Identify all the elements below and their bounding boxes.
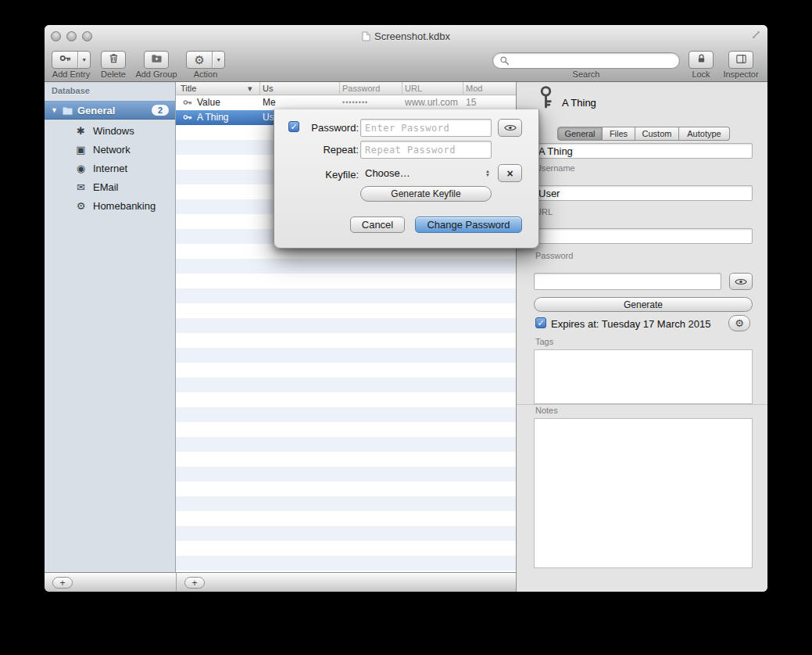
title-field[interactable]: [534, 143, 753, 159]
tab-files[interactable]: Files: [603, 127, 635, 141]
folder-icon: [62, 105, 73, 116]
show-password-button[interactable]: [498, 119, 522, 137]
resize-icon[interactable]: [751, 29, 761, 43]
cancel-button[interactable]: Cancel: [350, 217, 405, 233]
column-divider[interactable]: [463, 82, 463, 95]
tags-input[interactable]: [534, 349, 753, 404]
envelope-icon: ✉: [75, 181, 87, 193]
password-field[interactable]: [534, 273, 721, 290]
panel-icon: [735, 53, 747, 67]
window-title: Screenshot.kdbx: [374, 30, 450, 42]
cell-url: www.url.com: [405, 95, 458, 110]
column-header-url[interactable]: URL: [405, 82, 422, 95]
sidebar-item-email[interactable]: ✉EMail: [45, 177, 175, 196]
expires-label: Expires at: Tuesday 17 March 2015: [551, 318, 711, 330]
window-title-area: Screenshot.kdbx: [45, 30, 767, 42]
search-field[interactable]: [492, 52, 680, 69]
eye-icon: [735, 277, 747, 286]
add-group-button[interactable]: [144, 51, 169, 69]
add-entry-button[interactable]: ▼: [52, 51, 91, 69]
expires-options-button[interactable]: ⚙: [728, 315, 750, 331]
globe-icon: ◉: [75, 163, 87, 174]
sidebar-item-label: Homebanking: [93, 200, 156, 212]
sidebar-item-network[interactable]: ▣Network: [45, 140, 175, 159]
username-label: Username: [535, 163, 575, 173]
folder-plus-icon: [151, 52, 163, 67]
change-password-button[interactable]: Change Password: [415, 217, 522, 233]
password-checkbox[interactable]: ✓: [288, 121, 299, 132]
gear-icon: ⚙: [735, 317, 744, 329]
search-icon: [499, 55, 510, 66]
desktop-background: Screenshot.kdbx ▼ Add Entry Delete: [0, 0, 812, 655]
inspector-tabs: General Files Custom Autotype: [557, 127, 730, 141]
action-label: Action: [170, 70, 241, 79]
column-divider[interactable]: [339, 82, 340, 95]
clear-keyfile-button[interactable]: ×: [498, 164, 522, 182]
sidebar-item-internet[interactable]: ◉Internet: [45, 159, 175, 177]
column-header-modified[interactable]: Mod: [466, 82, 482, 95]
sidebar-item-windows[interactable]: ✱Windows: [45, 121, 175, 140]
sidebar: Database ▼ General 2 ✱Windows ▣Network ◉…: [45, 82, 176, 572]
inspector-panel: A Thing General Files Custom Autotype Us…: [516, 82, 767, 592]
notes-label: Notes: [535, 406, 558, 415]
tab-custom[interactable]: Custom: [635, 127, 679, 141]
tab-autotype[interactable]: Autotype: [679, 127, 730, 141]
plus-icon: +: [59, 578, 65, 589]
chevron-down-icon: ▼: [78, 57, 90, 63]
search-label: Search: [551, 70, 621, 79]
close-icon: ×: [506, 167, 513, 180]
lock-icon: [696, 53, 706, 67]
gear-icon: ⚙: [187, 53, 212, 67]
sidebar-group-general[interactable]: ▼ General 2: [45, 101, 175, 120]
notes-input[interactable]: [534, 418, 753, 568]
column-header-password[interactable]: Password: [342, 82, 380, 95]
repeat-label: Repeat:: [301, 144, 359, 156]
password-label: Password:: [301, 122, 359, 134]
chevron-down-icon: ▼: [213, 57, 224, 63]
add-entry-plus-button[interactable]: +: [184, 577, 205, 589]
password-input[interactable]: [360, 119, 492, 137]
add-group-plus-button[interactable]: +: [52, 577, 73, 589]
keyfile-popup[interactable]: Choose… ▲▼: [360, 164, 495, 182]
key-icon: [537, 85, 555, 113]
repeat-input[interactable]: [360, 141, 492, 159]
tags-label: Tags: [535, 337, 553, 346]
generate-label: Generate: [624, 299, 663, 310]
generate-keyfile-label: Generate Keyfile: [391, 188, 460, 199]
column-divider[interactable]: [402, 82, 402, 95]
cell-title: A Thing: [197, 110, 228, 125]
inspector-button[interactable]: [728, 51, 753, 69]
lock-button[interactable]: [689, 51, 714, 69]
show-password-button[interactable]: [729, 273, 753, 290]
stepper-icon: ▲▼: [485, 170, 490, 177]
action-button[interactable]: ⚙ ▼: [186, 51, 225, 69]
sidebar-item-homebanking[interactable]: ⚙Homebanking: [45, 196, 175, 215]
delete-button[interactable]: [101, 51, 126, 69]
sort-indicator-icon: ▾: [248, 82, 252, 95]
generate-keyfile-button[interactable]: Generate Keyfile: [360, 186, 492, 202]
change-password-sheet: ✓ Password: Repeat: Keyfile: Choose… ▲▼ …: [274, 109, 539, 249]
password-label: Password: [535, 251, 573, 260]
generate-password-button[interactable]: Generate: [534, 297, 753, 312]
keyfile-value: Choose…: [365, 167, 410, 179]
app-window: Screenshot.kdbx ▼ Add Entry Delete: [45, 25, 767, 592]
search-input[interactable]: [513, 55, 673, 66]
column-header-title[interactable]: Title: [181, 82, 196, 95]
cell-username: Us: [263, 110, 274, 125]
plus-icon: +: [191, 578, 197, 589]
disclosure-triangle-icon[interactable]: ▼: [51, 106, 58, 114]
check-icon: ✓: [537, 319, 544, 328]
sidebar-header: Database: [52, 86, 90, 95]
sidebar-item-label: EMail: [93, 181, 119, 193]
change-password-label: Change Password: [427, 219, 510, 231]
cell-title: Value: [197, 95, 220, 110]
tab-general[interactable]: General: [557, 127, 603, 141]
expires-checkbox[interactable]: ✓: [535, 317, 546, 328]
entry-list-header: Title ▾ Us Password URL Mod: [176, 82, 516, 95]
windows-icon: ✱: [75, 125, 87, 137]
url-field[interactable]: [534, 228, 753, 244]
column-header-username[interactable]: Us: [263, 82, 273, 95]
table-row[interactable]: Value Me •••••••• www.url.com 15: [176, 95, 516, 110]
username-field[interactable]: [534, 185, 753, 201]
column-divider[interactable]: [259, 82, 260, 95]
